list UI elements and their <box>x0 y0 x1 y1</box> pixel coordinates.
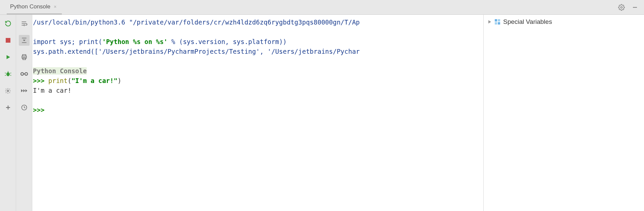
print-icon[interactable] <box>19 52 30 62</box>
minimize-icon[interactable] <box>630 2 640 12</box>
svg-line-8 <box>10 75 11 76</box>
console-line: >>> print("I'm a car!") <box>33 77 121 84</box>
svg-point-17 <box>21 73 24 75</box>
svg-rect-28 <box>498 22 500 25</box>
add-icon[interactable] <box>3 102 13 113</box>
soft-wrap-icon[interactable] <box>19 18 30 29</box>
left-toolbar <box>0 15 16 211</box>
svg-point-0 <box>621 6 622 8</box>
debug-icon[interactable] <box>3 69 13 79</box>
stop-icon[interactable] <box>3 35 13 46</box>
history-icon[interactable] <box>19 102 30 113</box>
console-toolbar <box>16 15 32 211</box>
vars-title: Special Variables <box>503 18 552 26</box>
scroll-to-end-icon[interactable] <box>19 35 30 46</box>
svg-marker-24 <box>488 20 491 24</box>
console-line: sys.path.extend(['/Users/jetbrains/Pycha… <box>33 48 360 55</box>
gear-icon[interactable] <box>616 2 627 12</box>
svg-marker-22 <box>25 89 27 92</box>
panel-body: /usr/local/bin/python3.6 "/private/var/f… <box>0 15 644 211</box>
console-line: /usr/local/bin/python3.6 "/private/var/f… <box>33 18 360 26</box>
run-icon[interactable] <box>3 52 13 62</box>
vars-icon <box>494 19 500 25</box>
svg-point-9 <box>7 90 9 92</box>
variables-panel: Special Variables <box>483 15 644 211</box>
svg-rect-27 <box>495 22 497 25</box>
svg-marker-21 <box>23 89 25 92</box>
special-variables-row[interactable]: Special Variables <box>488 18 640 26</box>
svg-line-5 <box>5 73 6 74</box>
close-tab-icon[interactable]: × <box>54 4 56 9</box>
console-output-line: I'm a car! <box>33 87 71 94</box>
tab-python-console[interactable]: Python Console × <box>7 0 62 14</box>
console-line: import sys; print('Python %s on %s' % (s… <box>33 38 287 45</box>
history-forward-icon[interactable] <box>19 85 30 96</box>
svg-rect-25 <box>495 19 497 22</box>
svg-point-18 <box>25 73 28 75</box>
console-heading: Python Console <box>33 67 87 75</box>
svg-marker-2 <box>6 55 10 59</box>
tab-label: Python Console <box>10 3 50 10</box>
show-variables-icon[interactable] <box>19 69 30 79</box>
expand-arrow-icon[interactable] <box>488 20 492 24</box>
svg-line-6 <box>10 73 11 74</box>
svg-point-3 <box>6 72 10 76</box>
svg-line-7 <box>5 75 6 76</box>
console-output[interactable]: /usr/local/bin/python3.6 "/private/var/f… <box>32 15 483 211</box>
settings-cog-icon[interactable] <box>3 85 13 96</box>
tab-bar: Python Console × <box>0 0 644 15</box>
python-console-panel: Python Console × <box>0 0 644 211</box>
svg-marker-20 <box>21 89 23 92</box>
svg-rect-26 <box>498 19 500 22</box>
console-prompt: >>> <box>33 106 48 114</box>
rerun-icon[interactable] <box>3 18 13 29</box>
